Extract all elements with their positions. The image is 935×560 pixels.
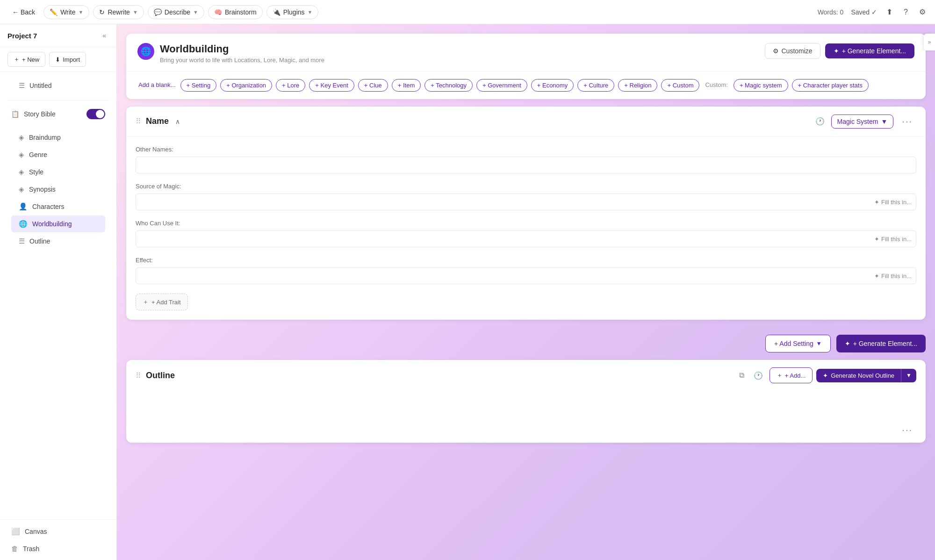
- add-trait-button[interactable]: ＋ + Add Trait: [136, 294, 188, 310]
- tag-government[interactable]: + Government: [476, 79, 527, 92]
- top-nav: ← Back ✏️ Write ▼ ↻ Rewrite ▼ 💬 Describe…: [0, 0, 935, 24]
- write-chevron-icon: ▼: [79, 9, 84, 15]
- settings-icon[interactable]: ⚙: [917, 6, 928, 18]
- genre-icon: ◈: [19, 151, 24, 159]
- worldbuilding-title-group: 🌐 Worldbuilding Bring your world to life…: [137, 43, 324, 64]
- sidebar-item-characters[interactable]: 👤 Characters: [11, 198, 105, 215]
- saved-status: Saved ✓: [851, 8, 877, 16]
- sidebar-item-canvas[interactable]: ⬜ Canvas: [4, 523, 113, 540]
- sparkle-icon: ✦: [834, 47, 839, 55]
- main-layout: Project 7 « ＋ + New ⬇ Import ☰ Untitled …: [0, 24, 935, 560]
- describe-button[interactable]: 💬 Describe ▼: [148, 5, 204, 19]
- import-button[interactable]: ⬇ Import: [49, 52, 86, 67]
- add-setting-button[interactable]: + Add Setting ▼: [765, 335, 831, 352]
- generate-element-button[interactable]: ✦ + Generate Element...: [825, 43, 914, 58]
- fill-source-button[interactable]: ✦ Fill this in...: [874, 199, 912, 206]
- write-button[interactable]: ✏️ Write ▼: [43, 5, 89, 19]
- section-body: Other Names: Source of Magic: ✦ Fill thi…: [126, 136, 926, 320]
- sidebar-item-untitled[interactable]: ☰ Untitled: [11, 77, 105, 94]
- history-icon[interactable]: 🕐: [813, 115, 827, 128]
- right-panel-toggle[interactable]: »: [924, 34, 935, 50]
- outline-card: ⠿ Outline ⧉ 🕐 ＋ + Add... ✦ Generate Nove…: [126, 360, 926, 443]
- outline-drag-handle-icon[interactable]: ⠿: [136, 371, 141, 380]
- bottom-actions: + Add Setting ▼ ✦ + Generate Element...: [126, 327, 926, 360]
- tag-character-player-stats[interactable]: + Character player stats: [792, 79, 869, 92]
- write-icon: ✏️: [50, 8, 58, 16]
- nav-right: Words: 0 Saved ✓ ⬆ ? ⚙: [818, 6, 928, 18]
- sidebar-item-worldbuilding[interactable]: 🌐 Worldbuilding: [11, 215, 105, 232]
- plugins-chevron-icon: ▼: [308, 9, 313, 15]
- add-blank-button[interactable]: Add a blank...: [137, 79, 177, 92]
- back-button[interactable]: ← Back: [7, 6, 40, 19]
- plus-trait-icon: ＋: [143, 298, 149, 306]
- new-button[interactable]: ＋ + New: [7, 52, 45, 67]
- sidebar-item-outline[interactable]: ☰ Outline: [11, 233, 105, 250]
- brainstorm-button[interactable]: 🧠 Brainstorm: [208, 5, 263, 19]
- sidebar-item-style[interactable]: ◈ Style: [11, 164, 105, 180]
- generate-element-bottom-button[interactable]: ✦ + Generate Element...: [836, 335, 926, 352]
- outline-history-icon[interactable]: 🕐: [751, 369, 766, 382]
- section-header-right: 🕐 Magic System ▼ ···: [813, 114, 916, 129]
- outline-add-button[interactable]: ＋ + Add...: [770, 367, 813, 383]
- sidebar-item-braindump[interactable]: ◈ Braindump: [11, 129, 105, 146]
- effect-input[interactable]: [136, 267, 916, 284]
- sidebar-item-trash[interactable]: 🗑 Trash: [4, 540, 113, 557]
- other-names-label: Other Names:: [136, 146, 916, 153]
- generate-novel-outline-button[interactable]: ✦ Generate Novel Outline ▼: [816, 369, 916, 382]
- source-input[interactable]: [136, 194, 916, 210]
- other-names-field: Other Names:: [136, 146, 916, 173]
- tag-custom[interactable]: + Custom: [661, 79, 699, 92]
- who-can-use-field: Who Can Use It: ✦ Fill this in...: [136, 220, 916, 247]
- share-icon[interactable]: ⬆: [885, 6, 894, 18]
- tag-technology[interactable]: + Technology: [424, 79, 473, 92]
- brainstorm-icon: 🧠: [214, 8, 222, 16]
- rewrite-button[interactable]: ↻ Rewrite ▼: [93, 5, 144, 19]
- tag-religion[interactable]: + Religion: [618, 79, 657, 92]
- sidebar-documents: ☰ Untitled: [0, 72, 116, 96]
- effect-field: Effect: ✦ Fill this in...: [136, 257, 916, 284]
- tag-organization[interactable]: + Organization: [220, 79, 272, 92]
- fill-who-can-use-button[interactable]: ✦ Fill this in...: [874, 236, 912, 243]
- customize-button[interactable]: ⚙ Customize: [765, 43, 820, 59]
- tag-setting[interactable]: + Setting: [180, 79, 217, 92]
- outline-header-right: ⧉ 🕐 ＋ + Add... ✦ Generate Novel Outline …: [736, 367, 916, 383]
- sidebar-header: Project 7 «: [0, 24, 116, 47]
- generate-novel-chevron[interactable]: ▼: [901, 369, 916, 382]
- copy-icon[interactable]: ⧉: [736, 369, 747, 381]
- fill-effect-button[interactable]: ✦ Fill this in...: [874, 273, 912, 280]
- tag-lore[interactable]: + Lore: [276, 79, 305, 92]
- drag-handle-icon[interactable]: ⠿: [136, 117, 141, 126]
- sidebar-item-genre[interactable]: ◈ Genre: [11, 146, 105, 163]
- source-label: Source of Magic:: [136, 183, 916, 190]
- story-bible-toggle[interactable]: [86, 109, 105, 119]
- tag-key-event[interactable]: + Key Event: [309, 79, 354, 92]
- section-title: Name: [146, 116, 169, 126]
- plugins-button[interactable]: 🔌 Plugins ▼: [266, 5, 319, 19]
- who-can-use-input[interactable]: [136, 230, 916, 247]
- category-dropdown[interactable]: Magic System ▼: [831, 115, 894, 129]
- sidebar-collapse-button[interactable]: «: [100, 31, 109, 40]
- describe-icon: 💬: [154, 8, 162, 16]
- tag-item[interactable]: + Item: [392, 79, 421, 92]
- generate-novel-main[interactable]: ✦ Generate Novel Outline: [816, 369, 901, 382]
- plus-icon: ＋: [14, 55, 20, 64]
- outline-more-icon[interactable]: ···: [898, 423, 916, 437]
- section-expand-icon[interactable]: ∧: [175, 118, 180, 125]
- braindump-icon: ◈: [19, 133, 24, 142]
- sparkle-small-icon: ✦: [874, 199, 879, 206]
- tag-magic-system[interactable]: + Magic system: [734, 79, 788, 92]
- sidebar-item-synopsis[interactable]: ◈ Synopsis: [11, 181, 105, 198]
- tag-economy[interactable]: + Economy: [531, 79, 574, 92]
- tag-clue[interactable]: + Clue: [358, 79, 388, 92]
- story-bible-label-group: 📋 Story Bible: [11, 110, 56, 118]
- outline-body: [126, 391, 926, 419]
- sparkle-novel-icon: ✦: [823, 372, 828, 379]
- help-icon[interactable]: ?: [902, 6, 910, 18]
- tag-culture[interactable]: + Culture: [577, 79, 614, 92]
- sparkle-bottom-icon: ✦: [845, 340, 850, 347]
- outline-more: ···: [126, 419, 926, 443]
- other-names-input[interactable]: [136, 157, 916, 173]
- worldbuilding-actions: ⚙ Customize ✦ + Generate Element...: [765, 43, 915, 59]
- sidebar: Project 7 « ＋ + New ⬇ Import ☰ Untitled …: [0, 24, 117, 560]
- more-options-icon[interactable]: ···: [898, 114, 916, 129]
